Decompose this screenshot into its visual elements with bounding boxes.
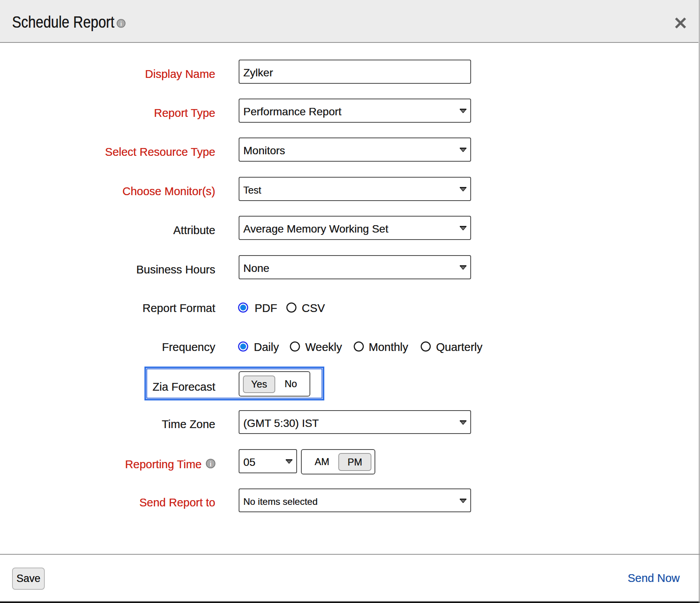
svg-text:i: i (209, 460, 211, 468)
svg-text:i: i (120, 20, 122, 27)
